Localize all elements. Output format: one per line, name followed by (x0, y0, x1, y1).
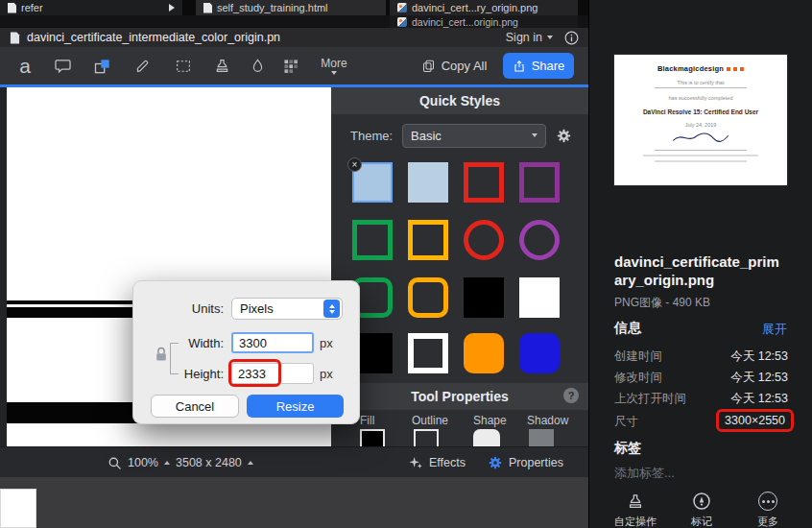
certificate-line: This is to certify that (614, 80, 787, 85)
shapes-tool-button[interactable] (88, 47, 117, 84)
ellipsis-icon (758, 492, 777, 511)
style-swatch[interactable] (464, 277, 504, 318)
shadow-label: Shadow (527, 414, 568, 427)
theme-value: Basic (411, 129, 442, 143)
cancel-button[interactable]: Cancel (151, 395, 239, 418)
style-swatch[interactable] (464, 162, 504, 203)
tab-davinci-cert-origin[interactable]: davinci_cert...origin.png (390, 15, 578, 28)
zoom-level: 100% (128, 456, 158, 469)
stamp-tool-button[interactable] (207, 47, 236, 84)
canvas-edge (0, 87, 7, 446)
canvas-size-control[interactable]: 3508 x 2480 (176, 447, 253, 478)
style-swatch[interactable] (519, 162, 560, 203)
help-button[interactable]: ? (563, 388, 579, 403)
window-title: davinci_certificate_intermediate_color_o… (27, 31, 280, 44)
play-icon[interactable] (169, 4, 175, 12)
text-tool-button[interactable]: a (13, 47, 36, 84)
info-icon[interactable] (564, 31, 579, 45)
style-swatch[interactable] (464, 333, 504, 373)
properties-button[interactable]: Properties (488, 447, 563, 478)
marker-tool-button[interactable] (129, 47, 157, 84)
tab-refer[interactable]: refer (0, 0, 182, 15)
comment-tool-button[interactable] (48, 47, 77, 84)
tab-label: refer (21, 2, 43, 13)
height-unit: px (320, 367, 333, 381)
resize-button[interactable]: Resize (247, 395, 344, 418)
effects-button[interactable]: Effects (408, 447, 466, 478)
info-row: 修改时间 今天 12:53 (614, 367, 788, 388)
document-icon (8, 3, 16, 13)
share-button[interactable]: Share (503, 53, 574, 79)
chevron-down-icon (547, 36, 553, 39)
style-swatch[interactable] (352, 220, 393, 260)
certificate-course: DaVinci Resolve 15: Certified End User (614, 108, 787, 115)
shape-swatch[interactable] (473, 429, 500, 446)
style-swatch[interactable] (519, 333, 560, 373)
style-swatch[interactable] (519, 220, 560, 260)
effects-label: Effects (429, 456, 466, 469)
units-value: Pixels (240, 301, 274, 316)
quick-action-more[interactable]: 更多 (737, 492, 799, 528)
remove-style-badge[interactable]: × (347, 157, 362, 172)
width-input[interactable] (231, 332, 314, 353)
shape-label: Shape (473, 414, 507, 427)
selection-tool-button[interactable] (169, 47, 198, 84)
fill-label: Fill (360, 414, 374, 427)
file-name: davinci_certificate_primary_origin.png (614, 252, 785, 289)
tab-label: self_study_training.html (217, 2, 328, 13)
info-row: 上次打开时间 今天 12:53 (614, 388, 788, 409)
more-label: More (321, 57, 346, 70)
units-select[interactable]: Pixels (231, 298, 343, 320)
tab-self-study-training[interactable]: self_study_training.html (196, 0, 386, 15)
copy-all-button[interactable]: Copy All (415, 47, 493, 84)
info-label: 修改时间 (614, 370, 662, 386)
quick-action-markup[interactable]: 标记 (671, 492, 732, 528)
resize-dialog: Units: Pixels Width: px Height: px Cance… (132, 280, 360, 424)
expand-link[interactable]: 展开 (762, 321, 787, 338)
certificate-rule (655, 150, 747, 151)
outline-swatch[interactable] (414, 429, 439, 446)
tool-properties-title: Tool Properties (331, 383, 588, 410)
image-icon (397, 3, 407, 12)
tab-davinci-cert-primary[interactable]: davinci_cert...ry_origin.png (390, 0, 578, 15)
status-bar: 100% 3508 x 2480 Effects Properties (0, 446, 588, 477)
sign-in-button[interactable]: Sign in (506, 31, 553, 44)
shadow-swatch[interactable] (529, 429, 554, 446)
style-swatch[interactable] (408, 277, 448, 318)
theme-select[interactable]: Basic (402, 124, 546, 148)
tab-label: davinci_cert...origin.png (412, 16, 518, 28)
quick-styles-title: Quick Styles (331, 87, 588, 114)
style-swatch[interactable] (408, 333, 448, 373)
quick-action-label: 更多 (757, 515, 778, 528)
chevron-up-icon (164, 461, 170, 465)
certificate-brand: Blackmagicdesign (657, 64, 724, 73)
sign-in-label: Sign in (506, 31, 542, 44)
theme-label: Theme: (350, 129, 393, 143)
fill-swatch[interactable] (360, 429, 385, 446)
style-swatch[interactable] (408, 220, 448, 260)
style-swatch[interactable] (408, 162, 448, 203)
chevron-up-icon (248, 461, 253, 465)
quick-action-custom[interactable]: 自定操作 (605, 492, 666, 528)
chevron-down-icon (331, 71, 337, 75)
annotation-red-box (228, 359, 281, 387)
info-value: 今天 12:53 (730, 391, 788, 407)
color-tool-button[interactable] (244, 47, 271, 84)
style-swatch[interactable] (519, 277, 560, 318)
info-row: 尺寸 3300×2550 (614, 411, 788, 432)
style-swatch-selected[interactable]: × (352, 162, 393, 203)
info-label: 上次打开时间 (614, 391, 686, 407)
marker-icon (134, 57, 153, 75)
add-tags-button[interactable]: 添加标签... (614, 465, 675, 482)
info-label: 创建时间 (614, 348, 662, 365)
stamp-icon (213, 57, 231, 75)
more-button[interactable]: More (315, 47, 353, 84)
theme-settings-gear-icon[interactable] (556, 128, 572, 144)
zoom-control[interactable]: 100% (107, 447, 170, 478)
chevron-down-icon (532, 133, 537, 137)
stamp-icon (626, 492, 645, 511)
certificate-thumbnail[interactable]: Blackmagicdesign This is to certify that… (614, 55, 787, 185)
copy-all-label: Copy All (442, 59, 488, 73)
style-swatch[interactable] (464, 220, 504, 260)
pixelate-tool-button[interactable] (276, 47, 305, 84)
